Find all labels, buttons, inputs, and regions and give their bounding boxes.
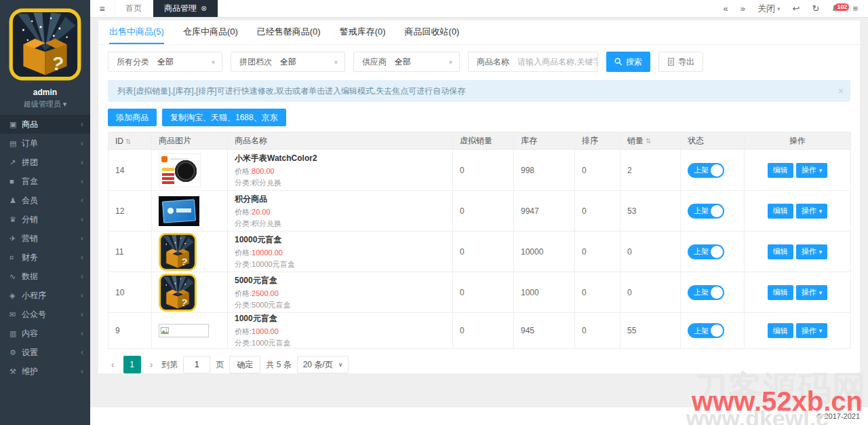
tab-stock-alert[interactable]: 警戒库存(0): [340, 20, 386, 44]
stock-cell[interactable]: 1000: [514, 272, 575, 313]
sidebar-item-miniprogram[interactable]: ◈小程序‹: [0, 286, 90, 305]
sort-cell[interactable]: 0: [575, 313, 620, 349]
stock-cell[interactable]: 9947: [514, 191, 575, 232]
edit-button[interactable]: 编辑: [768, 204, 793, 219]
confirm-page-button[interactable]: 确定: [229, 356, 260, 373]
status-toggle[interactable]: 上架: [688, 244, 724, 259]
refresh-icon[interactable]: ↻: [806, 3, 826, 14]
next-page-icon[interactable]: ›: [146, 359, 157, 370]
add-goods-button[interactable]: 添加商品: [108, 109, 157, 126]
sidebar-item-orders[interactable]: ▤订单‹: [0, 134, 90, 153]
copy-from-platforms-button[interactable]: 复制淘宝、天猫、1688、京东: [162, 109, 286, 126]
operate-dropdown-button[interactable]: 操作▾: [796, 163, 828, 178]
product-name[interactable]: 1000元盲盒: [235, 313, 446, 325]
more-menu-icon[interactable]: ≡: [846, 3, 864, 14]
back-icon[interactable]: ↩: [787, 3, 806, 14]
operate-dropdown-button[interactable]: 操作▾: [796, 285, 828, 300]
operate-dropdown-button[interactable]: 操作▾: [796, 323, 828, 338]
edit-button[interactable]: 编辑: [768, 323, 793, 338]
product-name[interactable]: 小米手表WatchColor2: [235, 153, 446, 164]
sidebar-item-official-account[interactable]: ✉公众号‹: [0, 305, 90, 324]
chevron-down-icon: ▾: [819, 327, 823, 334]
sidebar-item-marketing[interactable]: ✈营销‹: [0, 229, 90, 248]
search-button[interactable]: 搜索: [606, 52, 650, 72]
sort-icon[interactable]: ⇅: [125, 138, 131, 145]
sidebar-item-maintenance[interactable]: ⚒维护‹: [0, 362, 90, 381]
virtual-sales-cell[interactable]: 0: [453, 272, 514, 313]
sidebar-item-groupbuy[interactable]: ↗拼团‹: [0, 153, 90, 172]
status-toggle[interactable]: 上架: [688, 163, 724, 178]
export-button[interactable]: 导出: [658, 52, 703, 72]
category-select[interactable]: 所有分类 全部 ▾: [108, 52, 222, 72]
operate-dropdown-button[interactable]: 操作▾: [796, 204, 828, 219]
blindbox-icon: ■: [9, 177, 22, 185]
tab-goods-management[interactable]: 商品管理 ⊗: [153, 0, 218, 17]
supplier-select[interactable]: 供应商 全部 ▾: [353, 52, 460, 72]
table-row: 11 ? 10000元盲盒: [108, 232, 851, 272]
page-number-active[interactable]: 1: [123, 356, 141, 373]
footer: © 2017-2021: [90, 407, 868, 425]
chevron-icon: ‹: [81, 177, 83, 186]
chevron-icon: ‹: [81, 272, 83, 281]
prev-page-icon[interactable]: ‹: [108, 359, 118, 370]
virtual-sales-cell[interactable]: 0: [453, 150, 514, 191]
operate-dropdown-button[interactable]: 操作▾: [796, 244, 828, 259]
goto-page-input[interactable]: [183, 356, 210, 373]
notification-bell-icon[interactable]: 102: [825, 4, 846, 13]
product-price: 10000.00: [252, 248, 283, 257]
chevron-down-icon: ▾: [819, 289, 823, 296]
tab-home[interactable]: 首页: [115, 0, 153, 17]
tab-recycle-bin[interactable]: 商品回收站(0): [405, 20, 460, 44]
tab-close-icon[interactable]: ⊗: [201, 4, 207, 13]
sort-cell[interactable]: 0: [575, 272, 620, 313]
sidebar-item-finance[interactable]: ¤财务‹: [0, 248, 90, 267]
status-toggle[interactable]: 上架: [688, 204, 724, 219]
product-name[interactable]: 10000元盲盒: [235, 234, 446, 246]
chevron-icon: ‹: [81, 215, 83, 224]
sidebar-item-members[interactable]: ♟会员‹: [0, 191, 90, 210]
sidebar-item-settings[interactable]: ⚙设置‹: [0, 343, 90, 362]
groupbuy-level-select[interactable]: 拼团档次 全部 ▾: [231, 52, 345, 72]
edit-button[interactable]: 编辑: [768, 285, 793, 300]
product-name[interactable]: 积分商品: [235, 193, 446, 205]
chevron-down-icon: ▾: [819, 167, 823, 174]
tab-in-warehouse[interactable]: 仓库中商品(0): [183, 20, 238, 44]
edit-button[interactable]: 编辑: [768, 244, 793, 259]
sidebar-item-distribution[interactable]: ♛分销‹: [0, 210, 90, 229]
status-toggle[interactable]: 上架: [688, 323, 724, 338]
sort-icon[interactable]: ⇅: [646, 137, 651, 145]
tab-on-sale[interactable]: 出售中商品(5): [109, 20, 164, 44]
edit-button[interactable]: 编辑: [768, 163, 793, 178]
close-icon[interactable]: ×: [838, 80, 844, 102]
stock-cell[interactable]: 10000: [514, 232, 575, 272]
stock-cell[interactable]: 998: [514, 150, 575, 191]
virtual-sales-cell[interactable]: 0: [453, 191, 514, 232]
export-file-icon: [667, 58, 675, 66]
close-tabs-dropdown[interactable]: 关闭▾: [751, 3, 787, 15]
status-toggle[interactable]: 上架: [688, 285, 724, 300]
product-image-blindbox: ?: [159, 233, 197, 271]
table-header-row: ID⇅ 商品图片 商品名称 虚拟销量 库存 排序 销量⇅ 状态 操作: [108, 132, 851, 150]
per-page-select[interactable]: 20 条/页∨: [297, 356, 349, 373]
sidebar-item-goods[interactable]: ▣商品‹: [0, 115, 90, 134]
scroll-tabs-right-icon[interactable]: »: [734, 3, 751, 14]
virtual-sales-cell[interactable]: 0: [453, 313, 514, 349]
product-category: 10000元盲盒: [252, 260, 295, 268]
chevron-icon: ‹: [81, 196, 83, 205]
chevron-down-icon: ▾: [819, 208, 823, 215]
sort-cell[interactable]: 0: [575, 191, 620, 232]
sort-cell[interactable]: 0: [575, 150, 620, 191]
sort-cell[interactable]: 0: [575, 232, 620, 272]
scroll-tabs-left-icon[interactable]: «: [717, 3, 734, 14]
stock-cell[interactable]: 945: [514, 313, 575, 349]
tab-sold-out[interactable]: 已经售罄商品(0): [257, 20, 321, 44]
sidebar-item-content[interactable]: ▥内容‹: [0, 324, 90, 343]
goods-name-input[interactable]: [517, 53, 597, 71]
virtual-sales-cell[interactable]: 0: [453, 232, 514, 272]
product-name[interactable]: 5000元盲盒: [235, 275, 446, 287]
sidebar-item-data[interactable]: ∿数据‹: [0, 267, 90, 286]
user-role-dropdown[interactable]: 超级管理员 ▾: [0, 99, 90, 109]
sidebar-item-blindbox[interactable]: ■盲盒‹: [0, 172, 90, 191]
table-row: 9 1000元盲盒 价格:1000.00 分类:1000元盲盒 0 945 0 …: [108, 313, 851, 349]
hamburger-icon[interactable]: ≡: [90, 0, 115, 17]
